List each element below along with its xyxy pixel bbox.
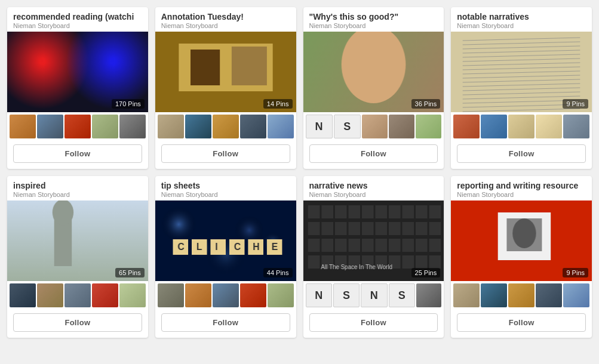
thumb-row <box>155 281 296 309</box>
card-header: notable narrativesNieman Storyboard <box>451 7 592 32</box>
thumb-2[interactable] <box>362 115 388 138</box>
follow-button[interactable]: Follow <box>161 144 290 163</box>
thumb-2[interactable] <box>64 283 91 307</box>
card-header: "Why's this so good?"Nieman Storyboard <box>303 7 444 32</box>
card-title: tip sheets <box>161 181 290 190</box>
thumb-4[interactable] <box>268 115 294 138</box>
card-header: Annotation Tuesday!Nieman Storyboard <box>155 7 296 32</box>
thumb-0[interactable] <box>10 283 36 307</box>
thumb-1[interactable] <box>481 283 507 307</box>
thumb-0[interactable]: N <box>306 115 333 138</box>
thumb-0[interactable] <box>453 283 480 307</box>
follow-button-wrap: Follow <box>155 140 296 169</box>
thumb-3[interactable] <box>92 283 118 307</box>
thumb-2[interactable] <box>213 115 239 138</box>
card-header: narrative newsNieman Storyboard <box>303 176 444 200</box>
thumb-0[interactable] <box>158 115 184 138</box>
board-card-recommended-reading: recommended reading (watchiNieman Storyb… <box>7 7 148 169</box>
card-title: Annotation Tuesday! <box>161 12 290 21</box>
pin-count-badge: 36 Pins <box>411 99 441 109</box>
thumb-3[interactable] <box>92 115 118 138</box>
thumb-1[interactable]: S <box>334 115 361 138</box>
follow-button[interactable]: Follow <box>457 313 586 332</box>
thumb-0[interactable] <box>10 115 36 138</box>
card-main-image[interactable]: 44 Pins <box>155 200 296 281</box>
pin-count-badge: 44 Pins <box>263 268 293 277</box>
thumb-1[interactable] <box>37 283 63 307</box>
thumb-1[interactable] <box>481 115 507 138</box>
card-title: recommended reading (watchi <box>13 12 142 21</box>
thumb-1[interactable] <box>185 115 211 138</box>
thumb-1[interactable]: S <box>333 283 360 307</box>
thumb-3[interactable]: S <box>389 283 415 307</box>
thumb-row <box>7 281 148 309</box>
follow-button[interactable]: Follow <box>309 144 438 163</box>
thumb-4[interactable] <box>416 283 441 307</box>
follow-button-wrap: Follow <box>451 140 592 169</box>
thumb-4[interactable] <box>563 115 589 138</box>
follow-button-wrap: Follow <box>7 140 148 169</box>
thumb-0[interactable] <box>453 115 480 138</box>
card-author: Nieman Storyboard <box>457 191 586 198</box>
follow-button[interactable]: Follow <box>13 313 142 332</box>
thumb-row <box>155 112 296 140</box>
follow-button[interactable]: Follow <box>161 313 290 332</box>
board-card-notable-narratives: notable narrativesNieman Storyboard9 Pin… <box>451 7 592 169</box>
card-header: reporting and writing resourceNieman Sto… <box>451 176 592 200</box>
thumb-4[interactable] <box>416 115 441 138</box>
card-main-image[interactable]: 14 Pins <box>155 32 296 112</box>
thumb-3[interactable] <box>389 115 414 138</box>
thumb-3[interactable] <box>240 115 266 138</box>
card-title: "Why's this so good?" <box>309 12 438 21</box>
pin-count-badge: 25 Pins <box>411 268 441 277</box>
thumb-2[interactable] <box>508 283 535 307</box>
pin-count-badge: 65 Pins <box>115 268 145 277</box>
thumb-2[interactable] <box>213 283 239 307</box>
thumb-row <box>451 281 592 309</box>
thumb-2[interactable]: N <box>361 283 387 307</box>
thumb-3[interactable] <box>536 283 562 307</box>
card-title: inspired <box>13 181 142 190</box>
thumb-row <box>7 112 148 140</box>
thumb-2[interactable] <box>64 115 91 138</box>
card-main-image[interactable]: 9 Pins <box>451 200 592 281</box>
follow-button[interactable]: Follow <box>457 144 586 163</box>
card-title: reporting and writing resource <box>457 181 586 190</box>
board-card-annotation-tuesday: Annotation Tuesday!Nieman Storyboard14 P… <box>155 7 296 169</box>
card-header: recommended reading (watchiNieman Storyb… <box>7 7 148 32</box>
follow-button-wrap: Follow <box>303 140 444 169</box>
board-card-tip-sheets: tip sheetsNieman Storyboard44 PinsFollow <box>155 176 296 338</box>
pin-count-badge: 9 Pins <box>563 268 588 277</box>
thumb-row <box>451 112 592 140</box>
card-author: Nieman Storyboard <box>13 191 142 198</box>
pin-count-badge: 14 Pins <box>263 99 293 109</box>
card-author: Nieman Storyboard <box>309 22 438 29</box>
thumb-0[interactable] <box>158 283 184 307</box>
thumb-4[interactable] <box>563 283 589 307</box>
thumb-1[interactable] <box>37 115 63 138</box>
thumb-2[interactable] <box>508 115 535 138</box>
card-main-image[interactable]: 9 Pins <box>451 32 592 112</box>
follow-button[interactable]: Follow <box>13 144 142 163</box>
card-main-image[interactable]: 25 Pins <box>303 200 444 281</box>
card-main-image[interactable]: 170 Pins <box>7 32 148 112</box>
card-author: Nieman Storyboard <box>309 191 438 198</box>
thumb-row: NS <box>303 112 444 140</box>
card-header: tip sheetsNieman Storyboard <box>155 176 296 200</box>
follow-button-wrap: Follow <box>7 309 148 338</box>
follow-button[interactable]: Follow <box>309 313 438 332</box>
thumb-3[interactable] <box>536 115 562 138</box>
thumb-4[interactable] <box>119 115 146 138</box>
card-main-image[interactable]: 36 Pins <box>303 32 444 112</box>
thumb-0[interactable]: N <box>306 283 332 307</box>
card-title: notable narratives <box>457 12 586 21</box>
thumb-1[interactable] <box>185 283 211 307</box>
card-author: Nieman Storyboard <box>457 22 586 29</box>
thumb-4[interactable] <box>268 283 294 307</box>
follow-button-wrap: Follow <box>303 309 444 338</box>
card-title: narrative news <box>309 181 438 190</box>
thumb-3[interactable] <box>240 283 266 307</box>
pin-count-badge: 9 Pins <box>563 99 588 109</box>
thumb-4[interactable] <box>119 283 146 307</box>
card-main-image[interactable]: 65 Pins <box>7 200 148 281</box>
